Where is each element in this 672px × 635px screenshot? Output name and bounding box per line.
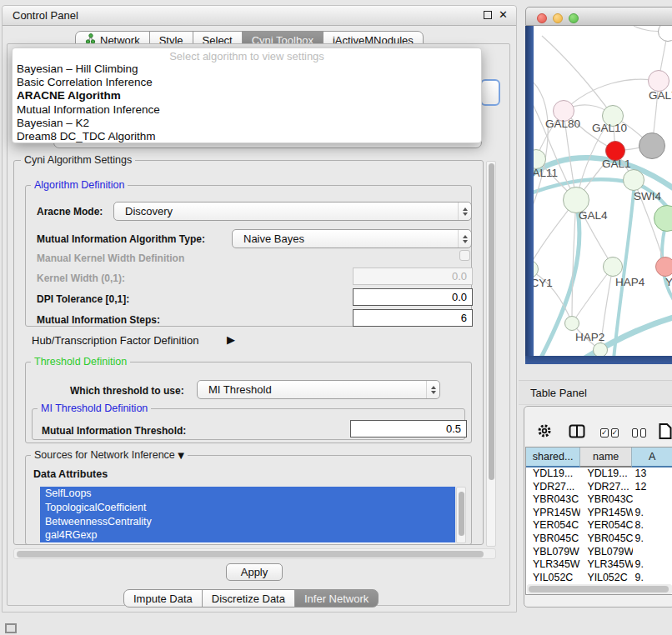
apply-button[interactable]: Apply — [226, 563, 283, 581]
expand-right-icon[interactable]: ▶ — [227, 333, 235, 346]
zoom-window-icon[interactable] — [569, 13, 579, 23]
settings-horizontal-scrollbar[interactable] — [13, 548, 496, 559]
node-label: Y — [665, 276, 672, 288]
network-node[interactable] — [655, 257, 672, 277]
table-row[interactable]: YDL19...YDL19...13 — [526, 468, 672, 481]
network-node-swi4[interactable] — [623, 169, 644, 191]
attribute-item[interactable]: SelfLoops — [40, 487, 455, 501]
node-label: GAL7 — [649, 89, 672, 102]
network-canvas[interactable]: GAL7 GAL80 GAL10 GAL1 GAL11 SWI4 GAL4 GC… — [534, 26, 672, 356]
attributes-scrollbar[interactable] — [456, 487, 466, 543]
dpi-tolerance-label: DPI Tolerance [0,1]: — [37, 293, 129, 305]
network-node[interactable] — [639, 132, 665, 159]
network-frame — [525, 356, 672, 364]
network-window: GAL7 GAL80 GAL10 GAL1 GAL11 SWI4 GAL4 GC… — [525, 7, 672, 364]
network-frame — [525, 26, 534, 356]
which-threshold-combo[interactable]: MI Threshold — [197, 380, 440, 399]
algorithm-option-selected[interactable]: ARACNE Algorithm — [13, 89, 481, 102]
table-row[interactable]: YDR27...YDR27...12 — [526, 481, 672, 494]
tab-impute-data[interactable]: Impute Data — [123, 589, 203, 608]
threshold-definition-title: Threshold Definition — [31, 356, 130, 368]
float-panel-icon[interactable] — [484, 11, 492, 19]
algorithm-option[interactable]: Dream8 DC_TDC Algorithm — [13, 130, 481, 143]
kernel-width-label: Kernel Width (0,1): — [37, 272, 125, 284]
node-label: SWI4 — [634, 190, 661, 202]
column-header[interactable]: A — [632, 448, 672, 468]
collapse-down-icon[interactable]: ▼ — [178, 451, 184, 460]
aracne-mode-combo[interactable]: Discovery — [113, 202, 472, 221]
dpi-tolerance-field[interactable]: 0.0 — [353, 288, 473, 306]
algorithm-definition-title: Algorithm Definition — [31, 179, 128, 191]
settings-group-title: Cyni Algorithm Settings — [21, 154, 135, 166]
table-header-row: shared... name A — [526, 448, 672, 468]
tab-infer-network[interactable]: Infer Network — [294, 589, 379, 608]
which-threshold-label: Which threshold to use: — [70, 385, 184, 397]
network-titlebar — [525, 7, 672, 26]
unchecked-checkbox-icon[interactable] — [632, 428, 638, 438]
node-label: GAL80 — [545, 118, 580, 130]
minimize-window-icon[interactable] — [553, 13, 563, 23]
split-columns-icon[interactable] — [569, 424, 585, 442]
table-row[interactable]: YLR345WYLR345W9. — [526, 558, 672, 572]
table-toolbar: ✓ ✓ — [525, 421, 672, 444]
checked-checkbox-icon[interactable]: ✓ — [611, 428, 619, 438]
stepper-arrows-icon — [458, 202, 471, 220]
data-attributes-list: SelfLoops TopologicalCoefficient Between… — [40, 487, 455, 543]
control-panel-titlebar: Control Panel ✕ — [3, 6, 516, 26]
close-window-icon[interactable] — [537, 13, 547, 23]
attribute-item[interactable]: BetweennessCentrality — [40, 515, 455, 529]
table-horizontal-scrollbar[interactable] — [527, 584, 672, 594]
mi-threshold-label: Mutual Information Threshold: — [42, 425, 186, 437]
table-row[interactable]: YIL052CYIL052C9. — [526, 572, 672, 585]
unchecked-checkbox-icon[interactable] — [640, 428, 646, 438]
inference-algorithm-combo-fragment[interactable] — [480, 79, 500, 106]
settings-vertical-scrollbar[interactable] — [486, 161, 496, 547]
algorithm-option[interactable]: Bayesian – K2 — [13, 117, 481, 130]
table-row[interactable]: YPR145WYPR145W9. — [526, 507, 672, 520]
mi-threshold-definition-title: MI Threshold Definition — [38, 402, 151, 414]
hub-definition-label: Hub/Transcription Factor Definition — [32, 334, 198, 347]
checked-checkbox-icon[interactable]: ✓ — [600, 428, 609, 438]
attribute-item[interactable]: TopologicalCoefficient — [40, 501, 455, 515]
tab-discretize-data[interactable]: Discretize Data — [202, 589, 295, 608]
mi-algorithm-type-combo[interactable]: Naive Bayes — [232, 229, 472, 248]
table-panel-title: Table Panel — [530, 387, 587, 399]
stepper-arrows-icon — [426, 381, 439, 398]
data-attributes-label: Data Attributes — [33, 468, 108, 480]
mi-steps-label: Mutual Information Steps: — [37, 314, 160, 326]
close-panel-icon[interactable]: ✕ — [499, 10, 508, 20]
table-row[interactable]: YBR043CYBR043C — [526, 493, 672, 507]
network-node-hap2[interactable] — [564, 316, 579, 331]
node-label: GAL11 — [534, 167, 558, 179]
kernel-width-field[interactable]: 0.0 — [353, 268, 473, 285]
control-panel-title: Control Panel — [13, 9, 78, 22]
dock-panel-icon[interactable] — [5, 623, 17, 633]
document-icon[interactable] — [659, 422, 672, 443]
network-node-hap4[interactable] — [603, 257, 623, 277]
node-label: GAL1 — [602, 158, 631, 170]
node-label: GAL4 — [579, 209, 608, 222]
mi-steps-field[interactable]: 6 — [353, 309, 473, 327]
cyni-bottom-tabs: Impute Data Discretize Data Infer Networ… — [123, 589, 379, 608]
node-table: shared... name A YDL19...YDL19...13 YDR2… — [525, 447, 672, 595]
sources-group-title: Sources for Network Inference ▼ — [31, 449, 188, 461]
node-label: HAP4 — [615, 276, 644, 288]
table-row[interactable]: YBL079WYBL079W — [526, 546, 672, 559]
attribute-item[interactable]: gal4RGexp — [40, 528, 455, 542]
algorithm-option[interactable]: Bayesian – Hill Climbing — [13, 62, 481, 76]
node-label: HAP2 — [575, 331, 604, 343]
algorithm-option[interactable]: Basic Correlation Inference — [13, 76, 481, 89]
mi-algorithm-type-label: Mutual Information Algorithm Type: — [37, 233, 205, 245]
gear-icon[interactable] — [537, 423, 552, 442]
table-row[interactable]: YBR045CYBR045C9. — [526, 532, 672, 546]
column-header[interactable]: name — [580, 448, 632, 468]
network-node[interactable] — [593, 342, 608, 356]
manual-kernel-width-checkbox[interactable] — [459, 250, 470, 261]
manual-kernel-width-label: Manual Kernel Width Definition — [37, 252, 184, 264]
stepper-arrows-icon — [458, 230, 471, 248]
column-header[interactable]: shared... — [526, 448, 580, 468]
mi-threshold-field[interactable]: 0.5 — [350, 420, 467, 438]
algorithm-option[interactable]: Mutual Information Inference — [13, 103, 481, 117]
algorithm-dropdown-popup: Select algorithm to view settings Bayesi… — [12, 48, 482, 143]
table-row[interactable]: YER054CYER054C8. — [526, 519, 672, 532]
